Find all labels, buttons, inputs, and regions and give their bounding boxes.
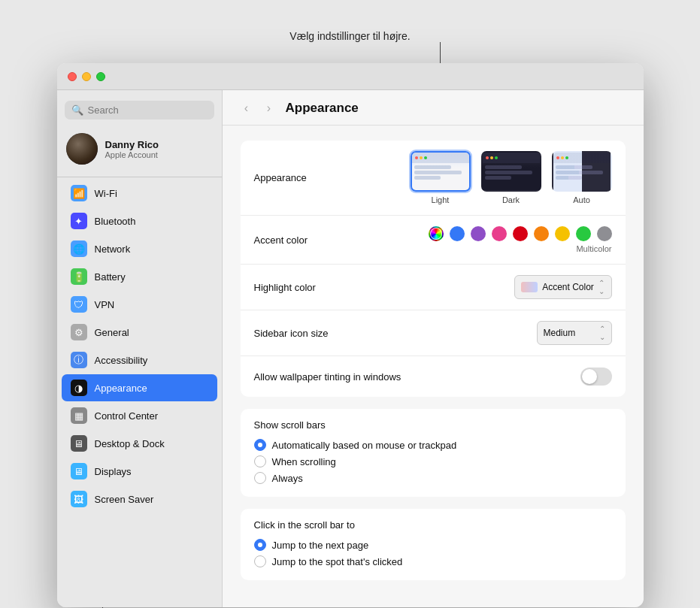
displays-icon: 🖥 — [71, 463, 87, 479]
appearance-row: Appearance — [241, 141, 626, 216]
radio-label-always: Always — [272, 473, 303, 484]
highlight-color-row: Highlight color Accent Color ⌃⌄ — [241, 265, 626, 310]
sidebar-item-wifi[interactable]: 📶Wi-Fi — [62, 180, 217, 207]
accent-yellow[interactable] — [555, 226, 570, 241]
screensaver-icon: 🖼 — [71, 491, 87, 507]
avatar — [66, 133, 98, 165]
scroll-radio-group: Automatically based on mouse or trackpad… — [254, 437, 612, 486]
sidebar-item-network[interactable]: 🌐Network — [62, 235, 217, 262]
wallpaper-row: Allow wallpaper tinting in windows — [241, 356, 626, 397]
radio-auto — [254, 439, 266, 451]
content-header: ‹ › Appearance — [223, 90, 644, 126]
traffic-lights — [68, 72, 105, 81]
user-info: Danny Rico Apple Account — [105, 139, 159, 159]
sidebar-icon-size-row: Sidebar icon size Medium ⌃⌄ — [241, 310, 626, 356]
toggle-thumb — [582, 369, 597, 384]
sidebar-items-container: 📶Wi-Fi✦Bluetooth🌐Network🔋Battery🛡VPN⚙Gen… — [57, 179, 222, 513]
user-subtitle: Apple Account — [105, 150, 159, 159]
back-button[interactable]: ‹ — [238, 99, 256, 117]
window-body: 🔍 Danny Rico Apple Account 📶Wi-Fi✦Blueto… — [57, 90, 644, 607]
maximize-button[interactable] — [96, 72, 105, 81]
sidebar-item-access[interactable]: ⓘAccessibility — [62, 346, 217, 374]
sidebar-icon-size-label: Sidebar icon size — [254, 328, 389, 339]
sidebar-label-wifi: Wi-Fi — [95, 188, 117, 199]
minimize-button[interactable] — [82, 72, 91, 81]
sidebar-item-battery[interactable]: 🔋Battery — [62, 263, 217, 290]
search-icon: 🔍 — [71, 104, 83, 116]
user-name: Danny Rico — [105, 139, 159, 150]
radio-always — [254, 472, 266, 484]
click-scroll-label: Click in the scroll bar to — [254, 519, 612, 531]
sidebar-label-displays: Displays — [95, 466, 132, 477]
chevron-icon2: ⌃⌄ — [599, 325, 605, 341]
accent-multicolor[interactable] — [429, 226, 444, 241]
sidebar-label-vpn: VPN — [95, 299, 115, 310]
light-label: Light — [432, 195, 450, 204]
sidebar-item-screensaver[interactable]: 🖼Screen Saver — [62, 485, 217, 513]
sidebar-item-displays[interactable]: 🖥Displays — [62, 458, 217, 485]
accent-pink[interactable] — [492, 226, 507, 241]
scroll-option-auto[interactable]: Automatically based on mouse or trackpad — [254, 437, 612, 453]
general-icon: ⚙ — [71, 324, 87, 340]
sidebar-item-appearance[interactable]: ◑Appearance — [62, 374, 217, 401]
click-label-next: Jump to the next page — [272, 540, 369, 551]
appearance-light[interactable]: Light — [411, 151, 471, 204]
main-content: ‹ › Appearance Appearance — [223, 90, 644, 607]
accent-selected-label: Multicolor — [576, 244, 611, 253]
title-bar — [57, 63, 644, 90]
window: 🔍 Danny Rico Apple Account 📶Wi-Fi✦Blueto… — [57, 63, 644, 607]
sidebar-item-bluetooth[interactable]: ✦Bluetooth — [62, 207, 217, 234]
radio-click-next — [254, 539, 266, 551]
sidebar-item-control[interactable]: ▦Control Center — [62, 402, 217, 429]
appearance-auto[interactable]: Auto — [552, 151, 612, 204]
highlight-color-dropdown[interactable]: Accent Color ⌃⌄ — [514, 275, 612, 299]
sidebar-label-control: Control Center — [95, 410, 159, 422]
wallpaper-toggle[interactable] — [580, 368, 612, 386]
sidebar-icon-size-control: Medium ⌃⌄ — [389, 321, 612, 345]
search-box[interactable]: 🔍 — [65, 101, 214, 119]
access-icon: ⓘ — [71, 352, 87, 368]
click-scroll-clicked[interactable]: Jump to the spot that's clicked — [254, 553, 612, 570]
highlight-color-label: Highlight color — [254, 282, 389, 293]
forward-button[interactable]: › — [260, 99, 278, 117]
radio-click-clicked — [254, 555, 266, 567]
close-button[interactable] — [68, 72, 77, 81]
sidebar-size-dropdown[interactable]: Medium ⌃⌄ — [537, 321, 612, 345]
radio-scroll — [254, 455, 266, 467]
appearance-label: Appearance — [254, 172, 389, 183]
auto-label: Auto — [573, 195, 590, 204]
accent-green[interactable] — [576, 226, 591, 241]
content-body: Appearance — [223, 126, 644, 607]
scroll-option-scroll[interactable]: When scrolling — [254, 453, 612, 470]
accent-purple[interactable] — [471, 226, 486, 241]
sidebar-item-general[interactable]: ⚙General — [62, 319, 217, 346]
divider — [57, 177, 222, 177]
control-icon: ▦ — [71, 407, 87, 424]
accent-graphite[interactable] — [597, 226, 612, 241]
page-title: Appearance — [286, 101, 359, 116]
sidebar-item-vpn[interactable]: 🛡VPN — [62, 291, 217, 318]
click-label-clicked: Jump to the spot that's clicked — [272, 556, 403, 567]
accent-color-label: Accent color — [254, 234, 389, 246]
accent-orange[interactable] — [534, 226, 549, 241]
sidebar-label-battery: Battery — [95, 271, 126, 283]
appearance-thumb-dark — [481, 151, 541, 192]
user-section[interactable]: Danny Rico Apple Account — [57, 127, 222, 171]
click-scroll-next[interactable]: Jump to the next page — [254, 537, 612, 553]
dark-label: Dark — [502, 195, 520, 204]
scroll-option-always[interactable]: Always — [254, 470, 612, 486]
wallpaper-control — [480, 368, 612, 386]
accent-color-control: Multicolor — [389, 226, 612, 253]
accent-blue[interactable] — [450, 226, 465, 241]
search-input[interactable] — [88, 104, 208, 116]
sidebar-label-network: Network — [95, 244, 131, 255]
appearance-dark[interactable]: Dark — [481, 151, 541, 204]
annotation-top: Vælg indstillinger til højre. — [289, 30, 410, 42]
highlight-color-value: Accent Color — [542, 282, 594, 292]
sidebar-item-desktop[interactable]: 🖥Desktop & Dock — [62, 430, 217, 457]
sidebar-size-value: Medium — [544, 328, 576, 338]
wallpaper-label: Allow wallpaper tinting in windows — [254, 371, 480, 383]
appearance-section: Appearance — [241, 141, 626, 397]
accent-red[interactable] — [513, 226, 528, 241]
click-scroll-section: Click in the scroll bar to Jump to the n… — [241, 509, 626, 580]
